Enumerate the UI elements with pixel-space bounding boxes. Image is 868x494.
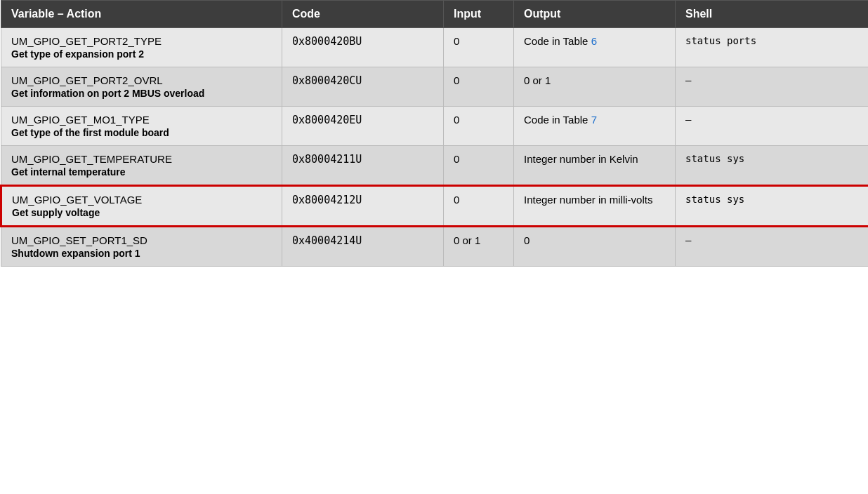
cell-code: 0x80004211U (282, 146, 444, 186)
cell-input: 0 (444, 107, 514, 146)
cell-action: UM_GPIO_GET_MO1_TYPEGet type of the firs… (1, 107, 282, 146)
cell-shell: — (676, 67, 869, 107)
cell-shell: status sys (676, 146, 869, 186)
cell-code: 0x8000420CU (282, 67, 444, 107)
var-name: UM_GPIO_GET_PORT2_OVRL (11, 74, 272, 86)
table-row: UM_GPIO_GET_VOLTAGEGet supply voltage0x8… (1, 186, 869, 227)
cell-action: UM_GPIO_GET_TEMPERATUREGet internal temp… (1, 146, 282, 186)
header-code: Code (282, 1, 444, 28)
cell-code: 0x80004212U (282, 186, 444, 227)
cell-code: 0x40004214U (282, 227, 444, 267)
table-header-row: Variable – Action Code Input Output Shel… (1, 1, 869, 28)
cell-output: 0 or 1 (514, 67, 676, 107)
cell-input: 0 (444, 186, 514, 227)
header-action: Variable – Action (1, 1, 282, 28)
cell-output: 0 (514, 227, 676, 267)
table-row: UM_GPIO_GET_PORT2_OVRLGet information on… (1, 67, 869, 107)
header-input: Input (444, 1, 514, 28)
cell-input: 0 (444, 67, 514, 107)
cell-code: 0x8000420EU (282, 107, 444, 146)
header-output: Output (514, 1, 676, 28)
cell-input: 0 or 1 (444, 227, 514, 267)
var-name: UM_GPIO_GET_MO1_TYPE (11, 114, 272, 126)
var-desc: Shutdown expansion port 1 (11, 248, 272, 259)
cell-shell: status sys (676, 186, 869, 227)
cell-shell: status ports (676, 28, 869, 67)
var-desc: Get type of the first module board (11, 127, 272, 138)
table-row: UM_GPIO_GET_TEMPERATUREGet internal temp… (1, 146, 869, 186)
cell-output: Integer number in milli-volts (514, 186, 676, 227)
cell-action: UM_GPIO_SET_PORT1_SDShutdown expansion p… (1, 227, 282, 267)
cell-shell: — (676, 107, 869, 146)
cell-shell: — (676, 227, 869, 267)
cell-output: Code in Table 6 (514, 28, 676, 67)
var-name: UM_GPIO_GET_TEMPERATURE (11, 153, 272, 165)
cell-action: UM_GPIO_GET_PORT2_OVRLGet information on… (1, 67, 282, 107)
var-desc: Get information on port 2 MBUS overload (11, 88, 272, 99)
cell-input: 0 (444, 28, 514, 67)
var-name: UM_GPIO_GET_PORT2_TYPE (11, 35, 272, 47)
table-row: UM_GPIO_SET_PORT1_SDShutdown expansion p… (1, 227, 869, 267)
cell-output: Code in Table 7 (514, 107, 676, 146)
var-desc: Get internal temperature (11, 166, 272, 178)
cell-output: Integer number in Kelvin (514, 146, 676, 186)
api-table: Variable – Action Code Input Output Shel… (0, 0, 868, 267)
cell-input: 0 (444, 146, 514, 186)
header-shell: Shell (676, 1, 869, 28)
var-name: UM_GPIO_GET_VOLTAGE (12, 194, 272, 206)
cell-action: UM_GPIO_GET_PORT2_TYPEGet type of expans… (1, 28, 282, 67)
var-desc: Get supply voltage (12, 207, 272, 218)
output-link[interactable]: 6 (591, 35, 597, 47)
table-row: UM_GPIO_GET_MO1_TYPEGet type of the firs… (1, 107, 869, 146)
cell-code: 0x8000420BU (282, 28, 444, 67)
var-desc: Get type of expansion port 2 (11, 48, 272, 60)
var-name: UM_GPIO_SET_PORT1_SD (11, 234, 272, 246)
output-link[interactable]: 7 (591, 114, 597, 126)
cell-action: UM_GPIO_GET_VOLTAGEGet supply voltage (1, 186, 282, 227)
table-row: UM_GPIO_GET_PORT2_TYPEGet type of expans… (1, 28, 869, 67)
